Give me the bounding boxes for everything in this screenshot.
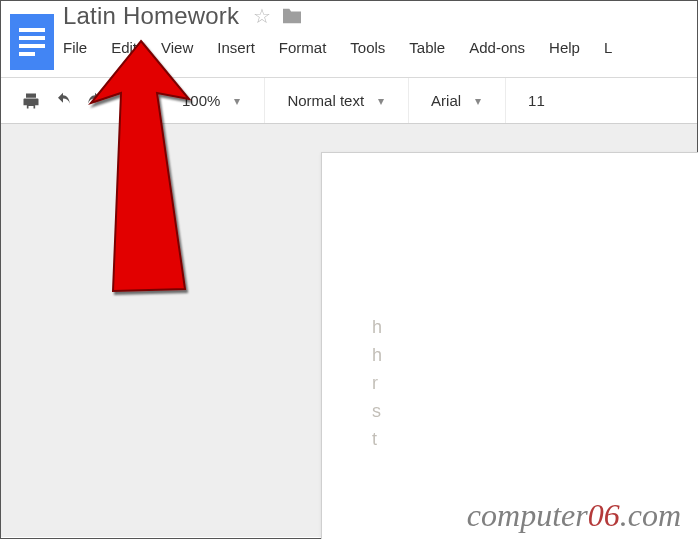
svg-rect-3: [19, 44, 45, 48]
menu-format[interactable]: Format: [267, 35, 339, 60]
app-window: Latin Homework ☆ File Edit View Insert F…: [0, 0, 698, 539]
font-size-select[interactable]: 11: [520, 92, 553, 109]
svg-rect-4: [19, 52, 35, 56]
toolbar-size: 11: [506, 78, 569, 124]
title-row: Latin Homework ☆: [63, 1, 697, 31]
font-select[interactable]: Arial ▾: [423, 92, 489, 109]
font-size-value: 11: [528, 92, 545, 109]
caret-icon: ▾: [475, 94, 481, 108]
document-page[interactable]: h h r s t: [321, 152, 698, 539]
toolbar-group-1: [15, 78, 160, 124]
toolbar-zoom: 100% ▾: [160, 78, 265, 124]
style-select[interactable]: Normal text ▾: [279, 92, 392, 109]
menu-table[interactable]: Table: [397, 35, 457, 60]
document-title[interactable]: Latin Homework: [63, 2, 239, 30]
folder-icon[interactable]: [281, 7, 303, 25]
wm-prefix: computer: [467, 497, 588, 533]
menu-file[interactable]: File: [63, 35, 99, 60]
docs-logo[interactable]: [1, 1, 63, 77]
title-area: Latin Homework ☆ File Edit View Insert F…: [63, 1, 697, 63]
svg-rect-1: [19, 28, 45, 32]
paint-format-icon[interactable]: [117, 91, 137, 111]
toolbar: 100% ▾ Normal text ▾ Arial ▾ 11: [1, 77, 697, 123]
svg-rect-2: [19, 36, 45, 40]
page-text: h h r s t: [372, 313, 632, 453]
menu-help[interactable]: Help: [537, 35, 592, 60]
undo-icon[interactable]: [53, 91, 73, 111]
docs-logo-icon: [10, 14, 54, 70]
menu-view[interactable]: View: [149, 35, 205, 60]
menu-insert[interactable]: Insert: [205, 35, 267, 60]
header: Latin Homework ☆ File Edit View Insert F…: [1, 1, 697, 77]
caret-icon: ▾: [234, 94, 240, 108]
zoom-select[interactable]: 100% ▾: [174, 92, 248, 109]
redo-icon[interactable]: [85, 91, 105, 111]
canvas: h h r s t: [1, 123, 697, 537]
menu-tools[interactable]: Tools: [338, 35, 397, 60]
zoom-value: 100%: [182, 92, 220, 109]
toolbar-font: Arial ▾: [409, 78, 506, 124]
svg-rect-0: [10, 14, 54, 70]
star-icon[interactable]: ☆: [253, 4, 271, 28]
menu-bar: File Edit View Insert Format Tools Table…: [63, 31, 697, 63]
wm-num: 06: [588, 497, 620, 533]
toolbar-style: Normal text ▾: [265, 78, 409, 124]
caret-icon: ▾: [378, 94, 384, 108]
print-icon[interactable]: [21, 91, 41, 111]
style-value: Normal text: [287, 92, 364, 109]
menu-addons[interactable]: Add-ons: [457, 35, 537, 60]
font-value: Arial: [431, 92, 461, 109]
menu-edit[interactable]: Edit: [99, 35, 149, 60]
watermark: computer06.com: [1, 497, 697, 534]
wm-suffix: .com: [620, 497, 681, 533]
menu-truncated[interactable]: L: [592, 35, 624, 60]
